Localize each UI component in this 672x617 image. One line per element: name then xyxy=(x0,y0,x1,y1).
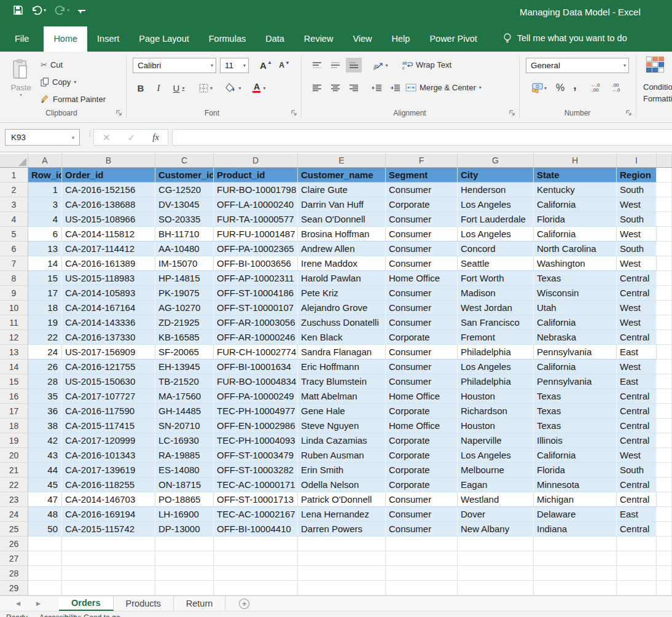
row-number[interactable]: 21 xyxy=(0,463,28,477)
font-color-button[interactable]: A ▾ xyxy=(248,81,270,95)
row-number[interactable]: 16 xyxy=(0,389,28,404)
column-letter-B[interactable]: B xyxy=(62,154,155,168)
sheet-tab-return[interactable]: Return xyxy=(174,596,226,611)
cell[interactable]: West xyxy=(617,315,657,330)
cell[interactable]: Sean O'Donnell xyxy=(298,212,386,227)
cell[interactable]: TB-21520 xyxy=(155,374,214,389)
format-painter-button[interactable]: Format Painter xyxy=(41,95,106,104)
tell-me-box[interactable]: Tell me what you want to do xyxy=(503,33,627,52)
cell[interactable]: Pete Kriz xyxy=(298,286,386,301)
cell[interactable]: 35 xyxy=(28,389,62,404)
cell[interactable]: PK-19075 xyxy=(155,286,214,301)
cell[interactable]: Consumer xyxy=(386,286,458,301)
row-number[interactable]: 11 xyxy=(0,315,28,330)
cell[interactable]: CA-2016-161389 xyxy=(62,256,155,271)
cell[interactable]: Eric Hoffmann xyxy=(298,360,386,374)
cell[interactable] xyxy=(657,581,672,595)
header-cell[interactable]: Row_id xyxy=(28,168,62,183)
row-number[interactable]: 2 xyxy=(0,183,28,197)
cell[interactable]: California xyxy=(534,227,617,242)
redo-dropdown-icon[interactable]: ▾ xyxy=(67,7,69,13)
cell[interactable]: Consumer xyxy=(386,256,458,271)
cell[interactable] xyxy=(657,477,672,492)
menu-tab-review[interactable]: Review xyxy=(294,26,343,52)
menu-tab-insert[interactable]: Insert xyxy=(87,26,129,52)
row-number[interactable]: 27 xyxy=(0,551,28,566)
cell[interactable]: Home Office xyxy=(386,271,458,286)
cell[interactable]: US-2015-118983 xyxy=(62,271,155,286)
paste-dropdown-icon[interactable]: ▾ xyxy=(6,92,36,98)
cell[interactable]: ZD-21925 xyxy=(155,315,214,330)
cell[interactable]: KB-16585 xyxy=(155,330,214,345)
row-number[interactable]: 7 xyxy=(0,256,28,271)
align-center-button[interactable] xyxy=(327,81,343,95)
row-number[interactable]: 3 xyxy=(0,197,28,212)
cell[interactable]: 6 xyxy=(28,227,62,242)
cell[interactable]: 3 xyxy=(28,197,62,212)
cell[interactable]: West xyxy=(617,448,657,463)
cell[interactable] xyxy=(657,330,672,345)
cell[interactable]: Corporate xyxy=(386,448,458,463)
bold-button[interactable]: B xyxy=(134,81,147,95)
cell[interactable]: TEC-AC-10000171 xyxy=(214,477,298,492)
cell[interactable]: Fort Worth xyxy=(458,271,534,286)
enter-icon[interactable]: ✓ xyxy=(128,132,136,143)
sheet-tab-products[interactable]: Products xyxy=(114,596,174,611)
cell[interactable] xyxy=(617,551,657,566)
cell[interactable]: FUR-TA-10000577 xyxy=(214,212,298,227)
cell[interactable]: Consumer xyxy=(386,315,458,330)
number-format-combo[interactable]: General▾ xyxy=(526,58,629,73)
cell[interactable]: Central xyxy=(617,492,657,507)
cell[interactable]: DP-13000 xyxy=(155,522,214,536)
cell[interactable]: 50 xyxy=(28,522,62,536)
cell[interactable]: Central xyxy=(617,389,657,404)
cell[interactable]: Fort Lauderdale xyxy=(458,212,534,227)
cell[interactable]: 22 xyxy=(28,330,62,345)
cell[interactable]: California xyxy=(534,360,617,374)
cell[interactable]: Los Angeles xyxy=(458,360,534,374)
column-letter-A[interactable]: A xyxy=(28,154,62,168)
cell[interactable]: Zuschuss Donatelli xyxy=(298,315,386,330)
cell[interactable]: Consumer xyxy=(386,360,458,374)
header-cell[interactable]: Region xyxy=(617,168,657,183)
cell[interactable] xyxy=(155,566,214,581)
cell[interactable]: OFF-BI-10003656 xyxy=(214,256,298,271)
cell[interactable]: CA-2014-146703 xyxy=(62,492,155,507)
row-number[interactable]: 25 xyxy=(0,522,28,536)
sheet-nav-left-icon[interactable]: ◀ xyxy=(16,600,20,607)
cell[interactable]: 36 xyxy=(28,404,62,419)
comma-style-button[interactable]: , xyxy=(569,81,581,95)
cell[interactable]: West xyxy=(617,360,657,374)
cell[interactable]: Home Office xyxy=(386,389,458,404)
header-cell[interactable]: State xyxy=(534,168,617,183)
cell[interactable] xyxy=(657,197,672,212)
cell[interactable]: North Carolina xyxy=(534,242,617,256)
cell[interactable]: Florida xyxy=(534,463,617,477)
cell[interactable]: Wisconsin xyxy=(534,286,617,301)
cell[interactable]: CA-2016-118255 xyxy=(62,477,155,492)
cell[interactable]: OFF-PA-10002365 xyxy=(214,242,298,256)
cell[interactable]: FUR-CH-10002774 xyxy=(214,345,298,360)
cell[interactable]: Ruben Ausman xyxy=(298,448,386,463)
cell[interactable]: FUR-BO-10004834 xyxy=(214,374,298,389)
cell[interactable] xyxy=(458,581,534,595)
cell[interactable]: Consumer xyxy=(386,183,458,197)
cell[interactable]: ES-14080 xyxy=(155,463,214,477)
cell[interactable] xyxy=(617,536,657,551)
cell[interactable]: OFF-ST-10003479 xyxy=(214,448,298,463)
cell[interactable]: Central xyxy=(617,404,657,419)
cell[interactable]: OFF-ST-10003282 xyxy=(214,463,298,477)
cell[interactable] xyxy=(28,551,62,566)
cell[interactable]: Ken Black xyxy=(298,330,386,345)
cell[interactable]: SF-20065 xyxy=(155,345,214,360)
name-box-dropdown-icon[interactable]: ▾ xyxy=(67,135,79,141)
cell[interactable]: CA-2017-139619 xyxy=(62,463,155,477)
cell[interactable] xyxy=(657,522,672,536)
cell[interactable]: Claire Gute xyxy=(298,183,386,197)
cell[interactable]: OFF-ST-10000107 xyxy=(214,301,298,315)
cell[interactable]: East xyxy=(617,345,657,360)
cell[interactable]: 28 xyxy=(28,374,62,389)
cell[interactable]: Philadelphia xyxy=(458,345,534,360)
cell[interactable]: 44 xyxy=(28,463,62,477)
cell[interactable] xyxy=(62,581,155,595)
